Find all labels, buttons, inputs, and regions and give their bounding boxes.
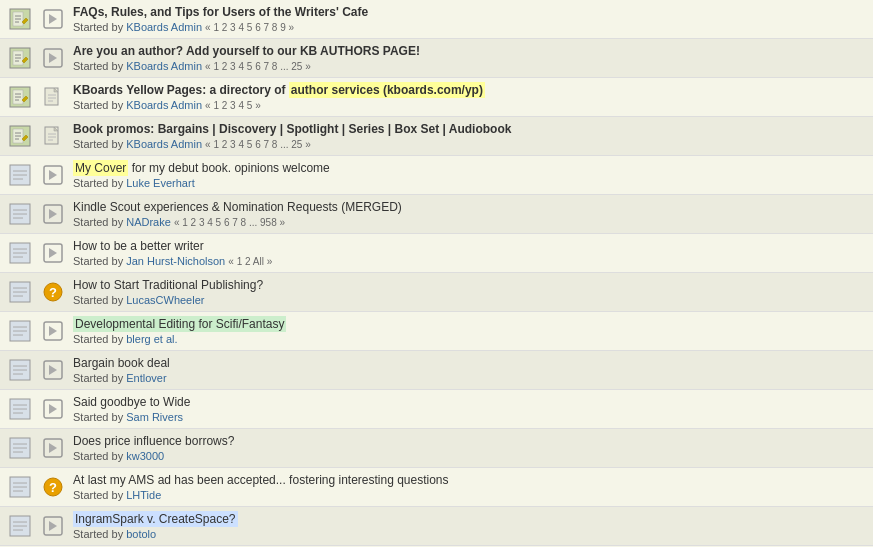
svg-marker-69 [49, 365, 57, 375]
table-row: KBoards Yellow Pages: a directory of aut… [0, 78, 873, 117]
row-content: Bargain book dealStarted by Entlover [65, 351, 873, 390]
started-by: Started by KBoards Admin « 1 2 3 4 5 6 7… [73, 138, 865, 150]
author-link[interactable]: Sam Rivers [126, 411, 183, 423]
table-row: Does price influence borrows?Started by … [0, 429, 873, 468]
thread-title[interactable]: FAQs, Rules, and Tips for Users of the W… [73, 5, 865, 19]
table-row: Are you an author? Add yourself to our K… [0, 39, 873, 78]
started-by: Started by KBoards Admin « 1 2 3 4 5 » [73, 99, 865, 111]
svg-marker-39 [49, 170, 57, 180]
row-content: At last my AMS ad has been accepted... f… [65, 468, 873, 507]
page-links: « 1 2 3 4 5 6 7 8 9 » [205, 22, 294, 33]
started-by: Started by Sam Rivers [73, 411, 865, 423]
svg-marker-81 [49, 443, 57, 453]
author-link[interactable]: KBoards Admin [126, 99, 202, 111]
started-by: Started by Luke Everhart [73, 177, 865, 189]
svg-marker-6 [49, 14, 57, 24]
svg-marker-93 [49, 521, 57, 531]
author-link[interactable]: LucasCWheeler [126, 294, 204, 306]
row-icon1 [0, 117, 40, 156]
thread-title[interactable]: Developmental Editing for Scifi/Fantasy [73, 317, 865, 331]
svg-marker-51 [49, 248, 57, 258]
table-row: Kindle Scout experiences & Nomination Re… [0, 195, 873, 234]
table-row: ?How to Start Traditional Publishing?Sta… [0, 273, 873, 312]
row-content: KBoards Yellow Pages: a directory of aut… [65, 78, 873, 117]
row-content: How to be a better writerStarted by Jan … [65, 234, 873, 273]
row-icon1 [0, 273, 40, 312]
author-link[interactable]: kw3000 [126, 450, 164, 462]
thread-title[interactable]: Kindle Scout experiences & Nomination Re… [73, 200, 865, 214]
table-row: FAQs, Rules, and Tips for Users of the W… [0, 0, 873, 39]
row-icon2 [40, 156, 65, 195]
started-by: Started by NADrake « 1 2 3 4 5 6 7 8 ...… [73, 216, 865, 228]
page-links: « 1 2 3 4 5 » [205, 100, 261, 111]
row-content: FAQs, Rules, and Tips for Users of the W… [65, 0, 873, 39]
table-row: How to be a better writerStarted by Jan … [0, 234, 873, 273]
row-icon2 [40, 390, 65, 429]
row-icon2 [40, 0, 65, 39]
thread-title[interactable]: How to Start Traditional Publishing? [73, 278, 865, 292]
author-link[interactable]: blerg et al. [126, 333, 177, 345]
row-icon2 [40, 234, 65, 273]
author-link[interactable]: NADrake [126, 216, 171, 228]
row-content: Book promos: Bargains | Discovery | Spot… [65, 117, 873, 156]
row-icon1 [0, 195, 40, 234]
thread-title[interactable]: Said goodbye to Wide [73, 395, 865, 409]
thread-title[interactable]: IngramSpark v. CreateSpace? [73, 512, 865, 526]
forum-table: FAQs, Rules, and Tips for Users of the W… [0, 0, 873, 547]
table-row: IngramSpark v. CreateSpace?Started by bo… [0, 507, 873, 546]
author-link[interactable]: Entlover [126, 372, 166, 384]
svg-text:?: ? [49, 285, 57, 300]
row-icon1 [0, 312, 40, 351]
table-row: Book promos: Bargains | Discovery | Spot… [0, 117, 873, 156]
page-links: « 1 2 All » [228, 256, 272, 267]
started-by: Started by KBoards Admin « 1 2 3 4 5 6 7… [73, 21, 865, 33]
thread-title[interactable]: Bargain book deal [73, 356, 865, 370]
row-icon2 [40, 351, 65, 390]
row-icon1 [0, 351, 40, 390]
row-icon1 [0, 390, 40, 429]
row-icon2 [40, 39, 65, 78]
author-link[interactable]: Luke Everhart [126, 177, 194, 189]
started-by: Started by botolo [73, 528, 865, 540]
started-by: Started by Entlover [73, 372, 865, 384]
author-link[interactable]: botolo [126, 528, 156, 540]
row-icon1 [0, 234, 40, 273]
row-icon1 [0, 468, 40, 507]
row-content: Said goodbye to WideStarted by Sam River… [65, 390, 873, 429]
page-links: « 1 2 3 4 5 6 7 8 ... 958 » [174, 217, 285, 228]
row-icon2 [40, 312, 65, 351]
started-by: Started by kw3000 [73, 450, 865, 462]
row-icon1 [0, 39, 40, 78]
started-by: Started by blerg et al. [73, 333, 865, 345]
thread-title[interactable]: Does price influence borrows? [73, 434, 865, 448]
row-icon1 [0, 429, 40, 468]
author-link[interactable]: KBoards Admin [126, 60, 202, 72]
author-link[interactable]: LHTide [126, 489, 161, 501]
row-content: IngramSpark v. CreateSpace?Started by bo… [65, 507, 873, 546]
author-link[interactable]: KBoards Admin [126, 138, 202, 150]
row-content: Does price influence borrows?Started by … [65, 429, 873, 468]
row-icon1 [0, 78, 40, 117]
thread-title[interactable]: At last my AMS ad has been accepted... f… [73, 473, 865, 487]
started-by: Started by Jan Hurst-Nicholson « 1 2 All… [73, 255, 865, 267]
svg-marker-13 [49, 53, 57, 63]
author-link[interactable]: KBoards Admin [126, 21, 202, 33]
table-row: Bargain book dealStarted by Entlover [0, 351, 873, 390]
thread-title[interactable]: Book promos: Bargains | Discovery | Spot… [73, 122, 865, 136]
row-content: My Cover for my debut book. opinions wel… [65, 156, 873, 195]
row-icon2: ? [40, 468, 65, 507]
table-row: My Cover for my debut book. opinions wel… [0, 156, 873, 195]
row-icon2 [40, 507, 65, 546]
thread-title[interactable]: My Cover for my debut book. opinions wel… [73, 161, 865, 175]
row-icon2 [40, 117, 65, 156]
row-icon1 [0, 0, 40, 39]
thread-title[interactable]: KBoards Yellow Pages: a directory of aut… [73, 83, 865, 97]
svg-marker-45 [49, 209, 57, 219]
svg-text:?: ? [49, 480, 57, 495]
row-icon1 [0, 156, 40, 195]
row-icon2: ? [40, 273, 65, 312]
thread-title[interactable]: Are you an author? Add yourself to our K… [73, 44, 865, 58]
row-content: Developmental Editing for Scifi/FantasyS… [65, 312, 873, 351]
thread-title[interactable]: How to be a better writer [73, 239, 865, 253]
author-link[interactable]: Jan Hurst-Nicholson [126, 255, 225, 267]
